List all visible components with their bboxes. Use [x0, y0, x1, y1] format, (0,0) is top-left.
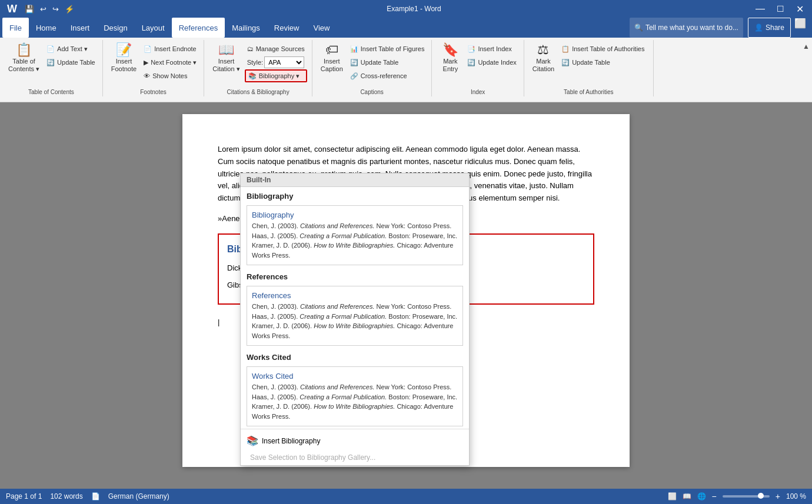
- bibliography-preset[interactable]: Bibliography Chen, J. (2003). Citations …: [247, 205, 463, 265]
- insert-endnote-icon: 📄: [144, 45, 152, 53]
- save-icon[interactable]: 💾: [23, 4, 36, 15]
- titlebar: W 💾 ↩ ↪ ⚡ Example1 - Word — ☐ ✕: [0, 0, 812, 18]
- captions-small-col: 📊 Insert Table of Figures 🔄 Update Table…: [348, 41, 427, 82]
- works-cited-preset-title: Works Cited: [252, 372, 458, 380]
- insert-endnote-button[interactable]: 📄 Insert Endnote: [141, 42, 199, 55]
- index-small-col: 📑 Insert Index 🔄 Update Index: [465, 41, 518, 69]
- insert-bibliography-action[interactable]: 📚 Insert Bibliography: [241, 432, 469, 450]
- menu-home[interactable]: Home: [29, 18, 64, 38]
- dropdown-divider: [241, 429, 469, 429]
- close-icon[interactable]: ✕: [793, 4, 807, 15]
- zoom-thumb[interactable]: [758, 493, 764, 499]
- references-preset[interactable]: References Chen, J. (2003). Citations an…: [247, 286, 463, 346]
- zoom-minus-icon[interactable]: −: [712, 492, 717, 501]
- update-table-cap-button[interactable]: 🔄 Update Table: [348, 56, 427, 69]
- language-icon: 📄: [91, 492, 100, 500]
- minimize-icon[interactable]: —: [752, 4, 768, 14]
- undo-icon[interactable]: ↩: [38, 4, 48, 15]
- index-group-label: Index: [432, 89, 523, 95]
- insert-citation-icon: 📖: [218, 44, 234, 56]
- manage-sources-button[interactable]: 🗂 Manage Sources: [245, 42, 307, 55]
- layout-view-icon[interactable]: ⬜: [668, 492, 677, 500]
- insert-bibliography-label: Insert Bibliography: [262, 437, 320, 445]
- toc-group-label: Table of Contents: [0, 89, 102, 95]
- update-table-cap-icon: 🔄: [350, 59, 358, 66]
- customize-icon[interactable]: ⚡: [63, 4, 76, 15]
- manage-sources-icon: 🗂: [247, 45, 254, 52]
- mark-citation-button[interactable]: ⚖ MarkCitation: [529, 41, 558, 88]
- read-view-icon[interactable]: 📖: [683, 492, 691, 500]
- insert-toa-icon: 📋: [561, 45, 570, 53]
- dropdown-header: Built-In: [241, 173, 469, 187]
- bibliography-dropdown: Built-In Bibliography Bibliography Chen,…: [240, 173, 470, 466]
- window-title: Example1 - Word: [76, 5, 752, 13]
- next-footnote-button[interactable]: ▶ Next Footnote ▾: [141, 56, 199, 69]
- content-area: Lorem ipsum dolor sit amet, consectetur …: [0, 102, 812, 489]
- search-icon: 🔍: [634, 24, 643, 32]
- dropdown-section-references: References: [241, 268, 469, 283]
- insert-citation-button[interactable]: 📖 InsertCitation ▾: [209, 41, 243, 88]
- menu-insert[interactable]: Insert: [64, 18, 97, 38]
- citations-buttons: 📖 InsertCitation ▾ 🗂 Manage Sources Styl…: [209, 40, 307, 96]
- save-selection-action: Save Selection to Bibliography Gallery..…: [241, 450, 469, 465]
- layout-icon[interactable]: ⬜: [791, 18, 810, 38]
- bibliography-preset-title: Bibliography: [252, 211, 458, 219]
- style-row: Style: APA MLA Chicago: [245, 56, 307, 69]
- table-of-contents-button[interactable]: 📋 Table ofContents ▾: [5, 41, 43, 88]
- menu-view[interactable]: View: [306, 18, 337, 38]
- bibliography-preset-text: Chen, J. (2003). Citations and Reference…: [252, 221, 458, 260]
- word-logo: W: [5, 2, 19, 16]
- insert-index-button[interactable]: 📑 Insert Index: [465, 42, 518, 55]
- update-table-auth-button[interactable]: 🔄 Update Table: [559, 56, 647, 69]
- menu-references[interactable]: References: [172, 18, 225, 38]
- menu-design[interactable]: Design: [96, 18, 134, 38]
- menu-search[interactable]: 🔍 Tell me what you want to do...: [630, 18, 743, 38]
- page-count: Page 1 of 1: [6, 492, 42, 500]
- ribbon-group-footnotes: 📝 InsertFootnote 📄 Insert Endnote ▶ Next…: [103, 40, 205, 96]
- authorities-buttons: ⚖ MarkCitation 📋 Insert Table of Authori…: [529, 40, 647, 96]
- insert-index-icon: 📑: [467, 45, 475, 53]
- insert-caption-icon: 🏷: [325, 44, 338, 56]
- cross-reference-icon: 🔗: [350, 72, 358, 80]
- menu-mailings[interactable]: Mailings: [225, 18, 267, 38]
- zoom-plus-icon[interactable]: +: [776, 492, 780, 501]
- cross-reference-button[interactable]: 🔗 Cross-reference: [348, 69, 427, 82]
- insert-table-authorities-button[interactable]: 📋 Insert Table of Authorities: [559, 42, 647, 55]
- redo-icon[interactable]: ↪: [51, 4, 61, 15]
- captions-group-label: Captions: [312, 89, 432, 95]
- update-table-toc-button[interactable]: 🔄 Update Table: [44, 56, 98, 69]
- app-window: W 💾 ↩ ↪ ⚡ Example1 - Word — ☐ ✕ File Hom…: [0, 0, 812, 504]
- show-notes-button[interactable]: 👁 Show Notes: [141, 69, 199, 82]
- insert-table-of-figures-button[interactable]: 📊 Insert Table of Figures: [348, 42, 427, 55]
- save-selection-label: Save Selection to Bibliography Gallery..…: [250, 453, 375, 462]
- titlebar-controls: — ☐ ✕: [752, 4, 807, 15]
- update-index-button[interactable]: 🔄 Update Index: [465, 56, 518, 69]
- web-view-icon[interactable]: 🌐: [697, 492, 706, 500]
- zoom-track[interactable]: [723, 495, 770, 498]
- insert-footnote-button[interactable]: 📝 InsertFootnote: [108, 41, 140, 88]
- ribbon-group-captions: 🏷 InsertCaption 📊 Insert Table of Figure…: [312, 40, 432, 96]
- works-cited-preset-text: Chen, J. (2003). Citations and Reference…: [252, 382, 458, 421]
- menubar: File Home Insert Design Layout Reference…: [0, 18, 812, 38]
- add-text-icon: 📄: [46, 45, 55, 53]
- update-auth-icon: 🔄: [561, 59, 570, 66]
- add-text-button[interactable]: 📄 Add Text ▾: [44, 42, 98, 55]
- menu-file[interactable]: File: [2, 18, 29, 38]
- ribbon-group-toc: 📋 Table ofContents ▾ 📄 Add Text ▾ 🔄 Upda…: [0, 40, 103, 96]
- menu-review[interactable]: Review: [267, 18, 307, 38]
- citations-group-label: Citations & Bibliography: [204, 89, 312, 95]
- statusbar: Page 1 of 1 102 words 📄 German (Germany)…: [0, 489, 812, 504]
- menu-layout[interactable]: Layout: [135, 18, 172, 38]
- mark-entry-button[interactable]: 🔖 MarkEntry: [437, 41, 464, 88]
- share-button[interactable]: 👤 Share: [748, 18, 791, 38]
- footnotes-small-col: 📄 Insert Endnote ▶ Next Footnote ▾ 👁 Sho…: [141, 41, 199, 82]
- expand-ribbon-button[interactable]: ▲: [800, 40, 812, 53]
- restore-icon[interactable]: ☐: [773, 4, 788, 14]
- insert-caption-button[interactable]: 🏷 InsertCaption: [317, 41, 347, 88]
- style-select[interactable]: APA MLA Chicago: [264, 56, 304, 68]
- captions-buttons: 🏷 InsertCaption 📊 Insert Table of Figure…: [317, 40, 427, 96]
- bibliography-button[interactable]: 📚 Bibliography ▾: [245, 69, 307, 82]
- share-label: Share: [766, 24, 784, 32]
- works-cited-preset[interactable]: Works Cited Chen, J. (2003). Citations a…: [247, 366, 463, 426]
- references-preset-title: References: [252, 291, 458, 300]
